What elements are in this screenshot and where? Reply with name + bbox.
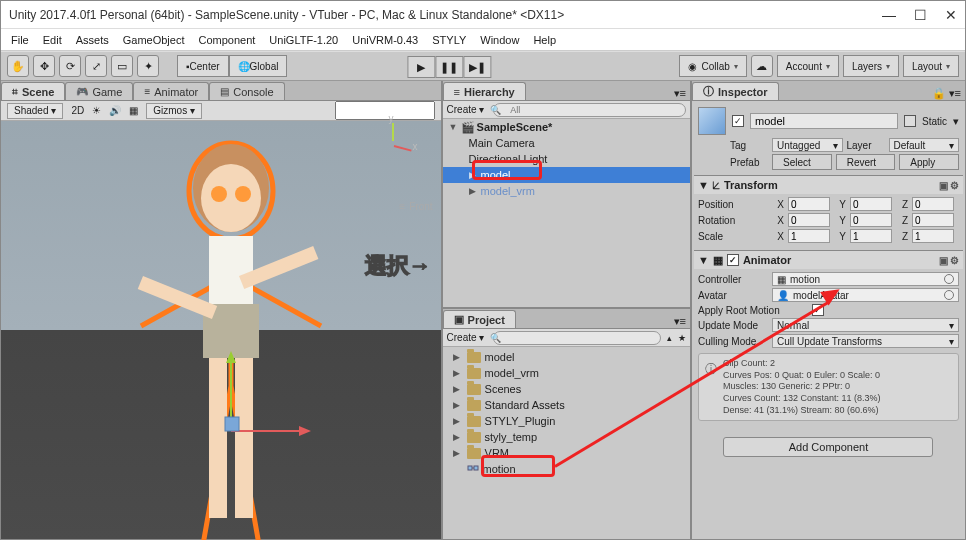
active-checkbox[interactable]: ✓ [732, 115, 744, 127]
pos-z[interactable] [912, 197, 954, 211]
project-asset-motion[interactable]: motion [443, 461, 690, 477]
object-picker-icon[interactable] [944, 274, 954, 284]
menu-window[interactable]: Window [480, 34, 519, 46]
render-mode-dropdown[interactable]: Shaded ▾ [7, 103, 63, 119]
rotate-tool[interactable]: ⟳ [59, 55, 81, 77]
avatar-field[interactable]: 👤modelAvatar [772, 288, 959, 302]
menu-file[interactable]: File [11, 34, 29, 46]
layers-dropdown[interactable]: Layers ▾ [843, 55, 899, 77]
animator-header[interactable]: ▼▦✓Animator▣ ⚙ [694, 251, 963, 269]
layer-label: Layer [847, 140, 885, 151]
layer-dropdown[interactable]: Default▾ [889, 138, 960, 152]
scale-y[interactable] [850, 229, 892, 243]
rect-tool[interactable]: ▭ [111, 55, 133, 77]
axis-y-label: y [389, 113, 394, 124]
pivot-center[interactable]: ▪ Center [177, 55, 229, 77]
lighting-toggle[interactable]: ☀ [92, 105, 101, 116]
layout-dropdown[interactable]: Layout ▾ [903, 55, 959, 77]
fx-toggle[interactable]: ▦ [129, 105, 138, 116]
search-icon: 🔍 [490, 333, 501, 343]
minimize-button[interactable]: — [882, 7, 896, 23]
project-folder-model-vrm[interactable]: ▶model_vrm [443, 365, 690, 381]
menu-gameobject[interactable]: GameObject [123, 34, 185, 46]
project-folder-model[interactable]: ▶model [443, 349, 690, 365]
static-checkbox[interactable] [904, 115, 916, 127]
character-model[interactable] [131, 136, 331, 540]
tab-console[interactable]: ▤Console [209, 82, 284, 100]
menu-univrm[interactable]: UniVRM-0.43 [352, 34, 418, 46]
filter-icon[interactable]: ▴ [667, 333, 672, 343]
tab-hierarchy[interactable]: ≡ Hierarchy [443, 82, 526, 100]
scene-search[interactable] [335, 101, 435, 120]
controller-field[interactable]: ▦motion [772, 272, 959, 286]
inspector-lock-icon[interactable]: 🔒 ▾≡ [928, 87, 965, 100]
project-create-dropdown[interactable]: Create ▾ [447, 332, 485, 343]
help-icon[interactable]: ▣ [939, 255, 948, 266]
hierarchy-scene[interactable]: ▼🎬 SampleScene* [443, 119, 690, 135]
avatar-icon: 👤 [777, 290, 789, 301]
gameobject-name-field[interactable] [750, 113, 898, 129]
project-folder-styly-plugin[interactable]: ▶STYLY_Plugin [443, 413, 690, 429]
prefab-select-button[interactable]: Select [772, 154, 832, 170]
tab-project[interactable]: ▣ Project [443, 310, 516, 328]
project-menu-icon[interactable]: ▾≡ [670, 315, 690, 328]
step-button[interactable]: ▶❚ [463, 56, 491, 78]
play-button[interactable]: ▶ [407, 56, 435, 78]
tag-dropdown[interactable]: Untagged▾ [772, 138, 843, 152]
axis-gizmo[interactable]: y x [369, 121, 417, 169]
tab-scene[interactable]: ⌗Scene [1, 82, 65, 100]
menu-assets[interactable]: Assets [76, 34, 109, 46]
gear-icon[interactable]: ⚙ [950, 180, 959, 191]
favorites-icon[interactable]: ★ [678, 333, 686, 343]
add-component-button[interactable]: Add Component [723, 437, 933, 457]
transform-tool[interactable]: ✦ [137, 55, 159, 77]
transform-header[interactable]: ▼⟀Transform▣ ⚙ [694, 176, 963, 194]
maximize-button[interactable]: ☐ [914, 7, 927, 23]
hierarchy-model-vrm[interactable]: ▶model_vrm [443, 183, 690, 199]
animator-enabled-checkbox[interactable]: ✓ [727, 254, 739, 266]
menu-component[interactable]: Component [198, 34, 255, 46]
scale-tool[interactable]: ⤢ [85, 55, 107, 77]
hierarchy-create-dropdown[interactable]: Create ▾ [447, 104, 485, 115]
pos-x[interactable] [788, 197, 830, 211]
close-button[interactable]: ✕ [945, 7, 957, 23]
static-dropdown[interactable]: ▾ [953, 115, 959, 128]
menu-help[interactable]: Help [533, 34, 556, 46]
pause-button[interactable]: ❚❚ [435, 56, 463, 78]
project-folder-styly-temp[interactable]: ▶styly_temp [443, 429, 690, 445]
move-gizmo[interactable] [201, 341, 321, 461]
cloud-button[interactable]: ☁ [751, 55, 773, 77]
pos-y[interactable] [850, 197, 892, 211]
help-icon[interactable]: ▣ [939, 180, 948, 191]
rot-y[interactable] [850, 213, 892, 227]
culling-mode-dropdown[interactable]: Cull Update Transforms▾ [772, 334, 959, 348]
object-picker-icon[interactable] [944, 290, 954, 300]
collab-dropdown[interactable]: ◉ Collab ▾ [679, 55, 746, 77]
account-dropdown[interactable]: Account ▾ [777, 55, 839, 77]
hierarchy-menu-icon[interactable]: ▾≡ [670, 87, 690, 100]
rot-x[interactable] [788, 213, 830, 227]
menu-unigltf[interactable]: UniGLTF-1.20 [269, 34, 338, 46]
2d-toggle[interactable]: 2D [71, 105, 84, 116]
hierarchy-main-camera[interactable]: Main Camera [443, 135, 690, 151]
project-search[interactable] [493, 331, 661, 345]
pivot-global[interactable]: 🌐 Global [229, 55, 288, 77]
menu-styly[interactable]: STYLY [432, 34, 466, 46]
tab-animator[interactable]: ≡Animator [133, 82, 209, 100]
rot-z[interactable] [912, 213, 954, 227]
audio-toggle[interactable]: 🔊 [109, 105, 121, 116]
prefab-revert-button[interactable]: Revert [836, 154, 896, 170]
tab-game[interactable]: 🎮Game [65, 82, 133, 100]
hierarchy-search[interactable] [493, 103, 686, 117]
scale-z[interactable] [912, 229, 954, 243]
move-tool[interactable]: ✥ [33, 55, 55, 77]
scale-x[interactable] [788, 229, 830, 243]
project-folder-scenes[interactable]: ▶Scenes [443, 381, 690, 397]
menu-edit[interactable]: Edit [43, 34, 62, 46]
prefab-apply-button[interactable]: Apply [899, 154, 959, 170]
hand-tool[interactable]: ✋ [7, 55, 29, 77]
gear-icon[interactable]: ⚙ [950, 255, 959, 266]
gizmos-dropdown[interactable]: Gizmos ▾ [146, 103, 202, 119]
scene-view[interactable]: y x ≡ Front [1, 121, 441, 539]
tab-inspector[interactable]: ⓘ Inspector [692, 82, 779, 100]
